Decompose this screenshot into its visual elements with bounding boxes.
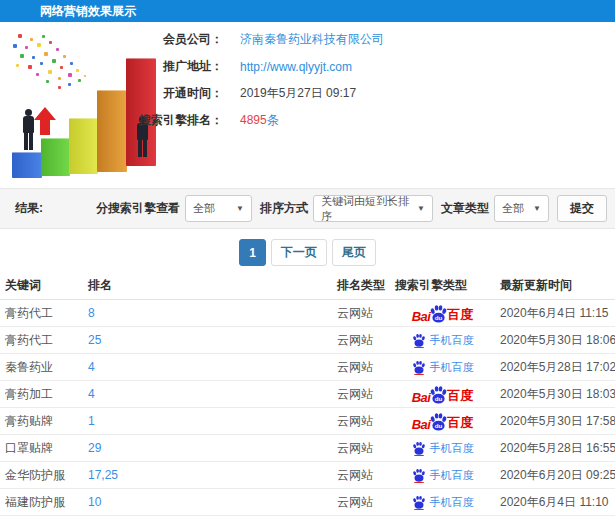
info-row-url: 推广地址： http://www.qlyyjt.com <box>128 53 528 80</box>
results-table: 关键词 排名 排名类型 搜索引擎类型 最新更新时间 膏药代工8云网站Baidu百… <box>0 272 615 520</box>
baidu-paw-icon <box>412 468 426 482</box>
keyword-cell: 膏药代工 <box>0 332 83 349</box>
company-link[interactable]: 济南秦鲁药业科技有限公司 <box>240 31 384 48</box>
updated-time-cell: 2020年5月28日 17:02 <box>495 359 615 376</box>
rank-type-cell: 云网站 <box>332 413 390 430</box>
rank-link[interactable]: 29 <box>88 441 101 455</box>
baidu-logo-text-cn: 百度 <box>447 387 473 405</box>
engine-type-cell: Baidu百度 <box>390 302 495 324</box>
page-button-1[interactable]: 1 <box>239 239 266 266</box>
engine-type-cell: 手机百度 <box>390 333 495 348</box>
engine-type-cell: 手机百度 <box>390 495 495 510</box>
rank-cell: 4 <box>83 387 332 401</box>
rank-link[interactable]: 4 <box>88 360 95 374</box>
mobile-baidu-icon: 手机百度 <box>412 495 474 510</box>
keyword-cell: 金华防护服 <box>0 467 83 484</box>
rank-type-cell: 云网站 <box>332 386 390 403</box>
updated-time-cell: 2020年6月4日 11:10 <box>495 494 615 511</box>
baidu-paw-icon: du <box>429 412 448 431</box>
chart-bar-blue <box>12 152 42 178</box>
rank-link[interactable]: 1 <box>88 414 95 428</box>
table-row: 口罩贴牌29云网站手机百度2020年5月28日 16:55 <box>0 435 615 462</box>
open-time-label: 开通时间： <box>128 85 223 102</box>
rank-unit: 条 <box>267 113 279 127</box>
baidu-paw-icon: du <box>429 385 448 404</box>
keyword-cell: 福建防护服 <box>0 494 83 511</box>
caret-down-icon: ▼ <box>236 204 244 213</box>
keyword-cell: 膏药代工 <box>0 305 83 322</box>
open-time-value: 2019年5月27日 09:17 <box>240 85 356 102</box>
baidu-logo-text-cn: 百度 <box>447 414 473 432</box>
rank-link[interactable]: 17,25 <box>88 468 118 482</box>
mobile-baidu-icon: 手机百度 <box>412 333 474 348</box>
rank-cell: 4 <box>83 360 332 374</box>
rank-link[interactable]: 8 <box>88 306 95 320</box>
rank-link[interactable]: 4 <box>88 387 95 401</box>
sort-filter-label: 排序方式 <box>260 200 308 217</box>
baidu-logo-text-cn: 百度 <box>447 306 473 324</box>
sort-filter-value: 关键词由短到长排序 <box>321 194 412 224</box>
table-row: 福建防护服10云网站手机百度2020年6月4日 11:10 <box>0 489 615 516</box>
table-row: 膏药贴牌1云网站Baidu百度2020年5月30日 17:58 <box>0 408 615 435</box>
rank-cell: 1 <box>83 414 332 428</box>
engine-type-cell: 手机百度 <box>390 360 495 375</box>
chart-bar-orange <box>97 90 127 172</box>
rank-cell: 10 <box>83 495 332 509</box>
svg-text:du: du <box>435 314 443 321</box>
article-type-select[interactable]: 全部 ▼ <box>494 195 549 222</box>
baidu-logo-icon: Baidu百度 <box>412 302 474 324</box>
header-keyword: 关键词 <box>0 277 83 294</box>
rank-cell: 29 <box>83 441 332 455</box>
info-row-company: 会员公司： 济南秦鲁药业科技有限公司 <box>128 26 528 53</box>
header-rank: 排名 <box>83 277 332 294</box>
baidu-paw-icon <box>412 333 426 347</box>
updated-time-cell: 2020年5月30日 18:03 <box>495 386 615 403</box>
baidu-logo-text-bai: Bai <box>412 309 431 324</box>
rank-type-cell: 云网站 <box>332 467 390 484</box>
rank-cell: 8 <box>83 306 332 320</box>
engine-filter-label: 分搜索引擎查看 <box>96 200 180 217</box>
caret-down-icon: ▼ <box>533 204 541 213</box>
sort-filter-select[interactable]: 关键词由短到长排序 ▼ <box>313 195 433 222</box>
table-row: 膏药代工8云网站Baidu百度2020年6月4日 11:15 <box>0 300 615 327</box>
engine-type-cell: Baidu百度 <box>390 383 495 405</box>
rank-link[interactable]: 10 <box>88 495 101 509</box>
mobile-baidu-label: 手机百度 <box>430 468 474 483</box>
keyword-cell: 膏药加工 <box>0 386 83 403</box>
updated-time-cell: 2020年5月28日 16:55 <box>495 440 615 457</box>
rank-link[interactable]: 25 <box>88 333 101 347</box>
chart-bar-green <box>41 138 70 176</box>
info-row-open-time: 开通时间： 2019年5月27日 09:17 <box>128 80 528 107</box>
engine-type-cell: 手机百度 <box>390 441 495 456</box>
updated-time-cell: 2020年6月20日 09:25 <box>495 467 615 484</box>
engine-rank-label: 搜索引擎排名： <box>128 112 223 129</box>
baidu-paw-icon <box>412 495 426 509</box>
svg-text:du: du <box>435 395 443 402</box>
submit-button[interactable]: 提交 <box>557 195 607 222</box>
rank-cell: 25 <box>83 333 332 347</box>
table-body: 膏药代工8云网站Baidu百度2020年6月4日 11:15膏药代工25云网站手… <box>0 300 615 520</box>
engine-type-cell: Baidu百度 <box>390 410 495 432</box>
rank-type-cell: 云网站 <box>332 305 390 322</box>
mobile-baidu-icon: 手机百度 <box>412 441 474 456</box>
promo-url-link[interactable]: http://www.qlyyjt.com <box>240 60 352 74</box>
mobile-baidu-label: 手机百度 <box>430 441 474 456</box>
keyword-cell: 膏药贴牌 <box>0 413 83 430</box>
baidu-paw-icon <box>412 360 426 374</box>
updated-time-cell: 2020年6月4日 11:15 <box>495 305 615 322</box>
last-page-button[interactable]: 尾页 <box>332 239 376 266</box>
info-row-engine-rank: 搜索引擎排名： 4895条 <box>128 107 528 134</box>
engine-filter-value: 全部 <box>193 201 215 216</box>
next-page-button[interactable]: 下一页 <box>271 239 327 266</box>
baidu-paw-icon <box>412 441 426 455</box>
growth-arrow-icon <box>34 107 56 137</box>
header-rank-type: 排名类型 <box>332 277 390 294</box>
mobile-baidu-icon: 手机百度 <box>412 468 474 483</box>
rank-cell: 17,25 <box>83 468 332 482</box>
member-info-panel: 会员公司： 济南秦鲁药业科技有限公司 推广地址： http://www.qlyy… <box>128 26 528 134</box>
chart-bar-yellow <box>69 118 98 174</box>
updated-time-cell: 2020年5月30日 17:58 <box>495 413 615 430</box>
table-row: 秦鲁药业4云网站手机百度2020年5月28日 17:02 <box>0 354 615 381</box>
engine-filter-select[interactable]: 全部 ▼ <box>185 195 252 222</box>
company-label: 会员公司： <box>128 31 223 48</box>
